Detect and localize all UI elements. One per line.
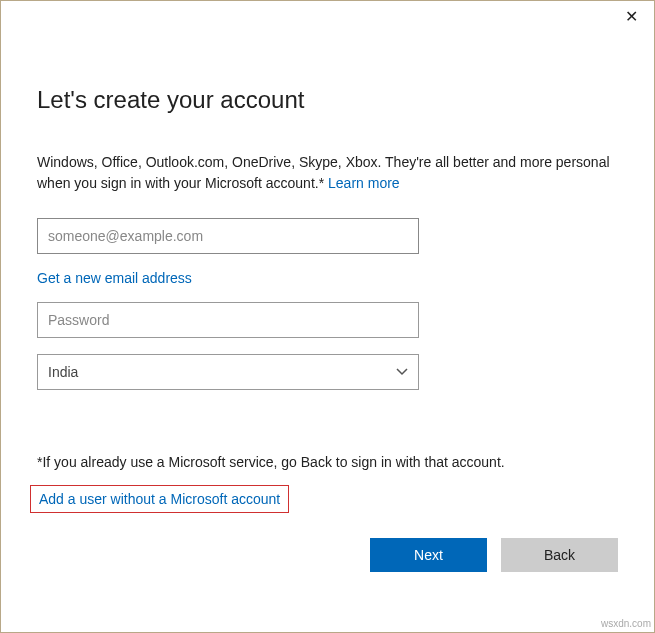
add-user-without-account-link[interactable]: Add a user without a Microsoft account <box>39 491 280 507</box>
chevron-down-icon <box>396 366 408 378</box>
dialog-window: ✕ Let's create your account Windows, Off… <box>0 0 655 633</box>
next-button[interactable]: Next <box>370 538 487 572</box>
description-body: Windows, Office, Outlook.com, OneDrive, … <box>37 154 610 191</box>
page-title: Let's create your account <box>37 86 618 114</box>
back-button[interactable]: Back <box>501 538 618 572</box>
email-field-group <box>37 218 618 254</box>
email-field[interactable] <box>37 218 419 254</box>
password-field-group <box>37 302 618 338</box>
watermark: wsxdn.com <box>601 618 651 629</box>
add-user-highlight-box: Add a user without a Microsoft account <box>30 485 289 513</box>
get-new-email-link[interactable]: Get a new email address <box>37 270 618 286</box>
button-row: Next Back <box>370 538 618 572</box>
country-select-value: India <box>48 364 396 380</box>
close-icon: ✕ <box>625 8 638 25</box>
close-button[interactable]: ✕ <box>617 5 646 29</box>
description-text: Windows, Office, Outlook.com, OneDrive, … <box>37 152 618 194</box>
learn-more-link[interactable]: Learn more <box>328 175 400 191</box>
footer-note: *If you already use a Microsoft service,… <box>37 454 505 470</box>
dialog-content: Let's create your account Windows, Offic… <box>1 1 654 390</box>
password-field[interactable] <box>37 302 419 338</box>
country-select[interactable]: India <box>37 354 419 390</box>
